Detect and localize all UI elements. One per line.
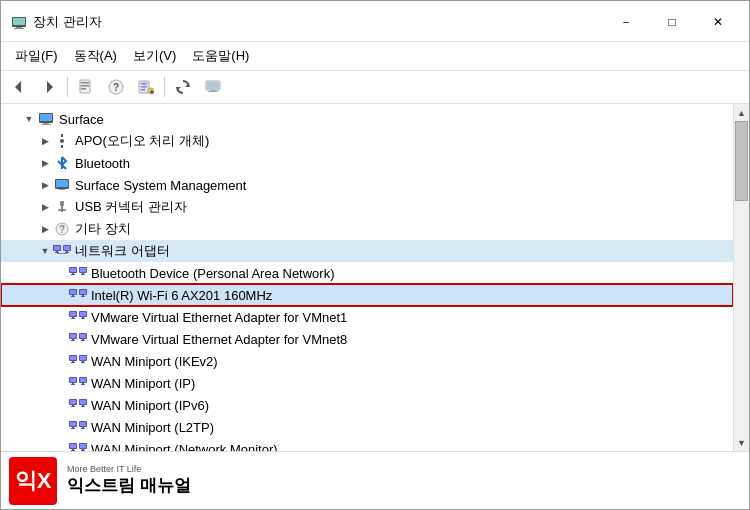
tree-item-surface-sys[interactable]: ▶ Surface System Management <box>1 174 733 196</box>
svg-rect-50 <box>70 268 76 272</box>
wan-ipv6-icon <box>69 396 87 414</box>
tree-item-usb[interactable]: ▶ USB 커넥터 관리자 <box>1 196 733 218</box>
back-button[interactable] <box>5 74 33 100</box>
wan-ip-icon <box>69 374 87 392</box>
svg-rect-52 <box>71 274 75 275</box>
svg-rect-67 <box>72 317 74 318</box>
usb-expander[interactable]: ▶ <box>37 199 53 215</box>
svg-rect-62 <box>80 290 86 294</box>
svg-rect-94 <box>80 378 86 382</box>
svg-rect-35 <box>60 201 64 206</box>
toolbar-doc-button[interactable] <box>72 74 100 100</box>
svg-rect-7 <box>81 82 89 84</box>
svg-rect-88 <box>81 362 85 363</box>
vmnet8-label: VMware Virtual Ethernet Adapter for VMne… <box>91 332 347 347</box>
svg-rect-96 <box>81 384 85 385</box>
svg-rect-118 <box>80 444 86 448</box>
svg-text:★: ★ <box>149 89 155 95</box>
svg-rect-13 <box>141 83 147 85</box>
svg-rect-26 <box>43 123 49 124</box>
maximize-button[interactable]: □ <box>649 7 695 37</box>
svg-rect-104 <box>81 406 85 407</box>
svg-marker-4 <box>15 81 21 93</box>
scrollbar-thumb[interactable] <box>735 121 748 201</box>
brand-logo: 익X <box>9 457 57 505</box>
tree-item-bt-pan[interactable]: Bluetooth Device (Personal Area Network) <box>1 262 733 284</box>
root-expander[interactable]: ▼ <box>21 111 37 127</box>
minimize-button[interactable]: － <box>603 7 649 37</box>
tree-item-wan-ikev2[interactable]: WAN Miniport (IKEv2) <box>1 350 733 372</box>
svg-rect-34 <box>59 189 65 190</box>
toolbar-doc2-button[interactable]: ★ <box>132 74 160 100</box>
tree-item-wan-netmon[interactable]: WAN Miniport (Network Monitor) <box>1 438 733 451</box>
svg-rect-58 <box>70 290 76 294</box>
tree-panel[interactable]: ▼ Surface ▶ <box>1 104 733 451</box>
svg-rect-14 <box>141 86 147 88</box>
menu-action[interactable]: 동작(A) <box>66 44 125 68</box>
svg-rect-84 <box>71 362 75 363</box>
svg-rect-64 <box>81 296 85 297</box>
tree-item-other[interactable]: ▶ ? 기타 장치 <box>1 218 733 240</box>
svg-rect-108 <box>71 428 75 429</box>
svg-rect-76 <box>71 340 75 341</box>
svg-rect-79 <box>82 339 84 340</box>
wan-ipv6-label: WAN Miniport (IPv6) <box>91 398 209 413</box>
tree-item-wifi[interactable]: Intel(R) Wi-Fi 6 AX201 160MHz <box>1 284 733 306</box>
menu-file[interactable]: 파일(F) <box>7 44 66 68</box>
tree-item-wan-l2tp[interactable]: WAN Miniport (L2TP) <box>1 416 733 438</box>
svg-rect-30 <box>61 134 63 137</box>
toolbar: ? ★ <box>1 71 749 104</box>
apo-expander[interactable]: ▶ <box>37 133 53 149</box>
forward-button[interactable] <box>35 74 63 100</box>
network-expander[interactable]: ▼ <box>37 243 53 259</box>
tree-item-network[interactable]: ▼ 네트워크 어댑터 <box>1 240 733 262</box>
apo-icon <box>53 132 71 150</box>
toolbar-sep-1 <box>67 77 68 97</box>
svg-marker-5 <box>47 81 53 93</box>
apo-label: APO(오디오 처리 개체) <box>75 132 209 150</box>
svg-rect-1 <box>13 18 25 25</box>
svg-rect-98 <box>70 400 76 404</box>
main-content: ▼ Surface ▶ <box>1 104 749 451</box>
svg-rect-115 <box>72 449 74 450</box>
surface-sys-expander[interactable]: ▶ <box>37 177 53 193</box>
scroll-down-arrow[interactable]: ▼ <box>734 434 750 451</box>
bluetooth-expander[interactable]: ▶ <box>37 155 53 171</box>
scroll-up-arrow[interactable]: ▲ <box>734 104 750 121</box>
vmnet1-label: VMware Virtual Ethernet Adapter for VMne… <box>91 310 347 325</box>
tree-item-vmnet1[interactable]: VMware Virtual Ethernet Adapter for VMne… <box>1 306 733 328</box>
svg-rect-90 <box>70 378 76 382</box>
toolbar-monitor-button[interactable] <box>199 74 227 100</box>
other-expander[interactable]: ▶ <box>37 221 53 237</box>
tree-item-bluetooth[interactable]: ▶ Bluetooth <box>1 152 733 174</box>
scrollbar[interactable]: ▲ ▼ <box>733 104 749 451</box>
bt-pan-label: Bluetooth Device (Personal Area Network) <box>91 266 335 281</box>
svg-rect-47 <box>65 252 69 253</box>
tree-root-surface[interactable]: ▼ Surface <box>1 108 733 130</box>
title-icon <box>11 14 27 30</box>
scrollbar-track[interactable] <box>734 121 749 434</box>
close-button[interactable]: ✕ <box>695 7 741 37</box>
svg-rect-102 <box>80 400 86 404</box>
wan-l2tp-icon <box>69 418 87 436</box>
menu-view[interactable]: 보기(V) <box>125 44 184 68</box>
tree-item-apo[interactable]: ▶ APO(오디오 처리 개체) <box>1 130 733 152</box>
svg-text:?: ? <box>113 82 119 93</box>
svg-rect-23 <box>208 91 218 92</box>
svg-rect-95 <box>82 383 84 384</box>
svg-rect-119 <box>82 449 84 450</box>
tree-item-wan-ip[interactable]: WAN Miniport (IP) <box>1 372 733 394</box>
menu-help[interactable]: 도움말(H) <box>184 44 257 68</box>
tree-item-vmnet8[interactable]: VMware Virtual Ethernet Adapter for VMne… <box>1 328 733 350</box>
toolbar-help-button[interactable]: ? <box>102 74 130 100</box>
wan-ikev2-icon <box>69 352 87 370</box>
tree-item-wan-ipv6[interactable]: WAN Miniport (IPv6) <box>1 394 733 416</box>
wifi-label: Intel(R) Wi-Fi 6 AX201 160MHz <box>91 288 272 303</box>
svg-rect-55 <box>82 273 84 274</box>
menu-bar: 파일(F) 동작(A) 보기(V) 도움말(H) <box>1 42 749 71</box>
svg-rect-56 <box>81 274 85 275</box>
svg-rect-72 <box>81 318 85 319</box>
toolbar-refresh-button[interactable] <box>169 74 197 100</box>
svg-rect-120 <box>81 450 85 451</box>
usb-icon <box>53 198 71 216</box>
